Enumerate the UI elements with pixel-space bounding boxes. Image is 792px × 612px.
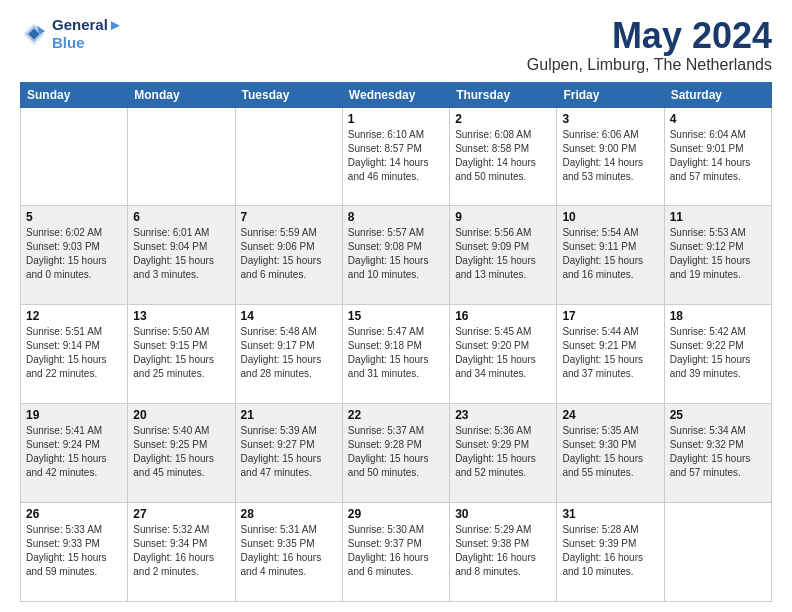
day-number: 30: [455, 507, 551, 521]
cell-content-line: Sunset: 8:57 PM: [348, 142, 444, 156]
calendar-cell: 21Sunrise: 5:39 AMSunset: 9:27 PMDayligh…: [235, 404, 342, 503]
cell-content-line: Sunrise: 5:48 AM: [241, 325, 337, 339]
cell-content-line: Sunset: 9:17 PM: [241, 339, 337, 353]
cell-content-line: Sunrise: 5:50 AM: [133, 325, 229, 339]
cell-content-line: and 45 minutes.: [133, 466, 229, 480]
calendar-cell: 6Sunrise: 6:01 AMSunset: 9:04 PMDaylight…: [128, 206, 235, 305]
cell-content-line: Sunrise: 5:39 AM: [241, 424, 337, 438]
calendar-cell: 16Sunrise: 5:45 AMSunset: 9:20 PMDayligh…: [450, 305, 557, 404]
day-number: 9: [455, 210, 551, 224]
cell-content-line: and 0 minutes.: [26, 268, 122, 282]
cell-content-line: Sunrise: 5:44 AM: [562, 325, 658, 339]
cell-content-line: Daylight: 15 hours: [562, 353, 658, 367]
calendar-cell: 23Sunrise: 5:36 AMSunset: 9:29 PMDayligh…: [450, 404, 557, 503]
cell-content-line: Sunset: 9:04 PM: [133, 240, 229, 254]
day-number: 27: [133, 507, 229, 521]
cell-content-line: Daylight: 15 hours: [348, 254, 444, 268]
cell-content-line: Sunrise: 5:34 AM: [670, 424, 766, 438]
day-number: 28: [241, 507, 337, 521]
cell-content-line: and 53 minutes.: [562, 170, 658, 184]
calendar-cell: [128, 107, 235, 206]
cell-content-line: Sunrise: 6:08 AM: [455, 128, 551, 142]
calendar-week-2: 5Sunrise: 6:02 AMSunset: 9:03 PMDaylight…: [21, 206, 772, 305]
cell-content-line: Sunrise: 5:30 AM: [348, 523, 444, 537]
month-title: May 2024: [527, 16, 772, 56]
cell-content-line: and 6 minutes.: [241, 268, 337, 282]
cell-content-line: and 8 minutes.: [455, 565, 551, 579]
day-number: 10: [562, 210, 658, 224]
header: General► Blue May 2024 Gulpen, Limburg, …: [20, 16, 772, 74]
cell-content-line: Daylight: 15 hours: [348, 452, 444, 466]
day-number: 19: [26, 408, 122, 422]
calendar-cell: 10Sunrise: 5:54 AMSunset: 9:11 PMDayligh…: [557, 206, 664, 305]
calendar-header-row: SundayMondayTuesdayWednesdayThursdayFrid…: [21, 82, 772, 107]
cell-content-line: Sunset: 9:06 PM: [241, 240, 337, 254]
calendar-cell: 1Sunrise: 6:10 AMSunset: 8:57 PMDaylight…: [342, 107, 449, 206]
calendar-cell: 12Sunrise: 5:51 AMSunset: 9:14 PMDayligh…: [21, 305, 128, 404]
calendar-cell: 4Sunrise: 6:04 AMSunset: 9:01 PMDaylight…: [664, 107, 771, 206]
cell-content-line: and 25 minutes.: [133, 367, 229, 381]
cell-content-line: and 47 minutes.: [241, 466, 337, 480]
cell-content-line: and 52 minutes.: [455, 466, 551, 480]
cell-content-line: Sunset: 9:38 PM: [455, 537, 551, 551]
cell-content-line: Sunrise: 5:37 AM: [348, 424, 444, 438]
col-header-monday: Monday: [128, 82, 235, 107]
cell-content-line: Daylight: 15 hours: [241, 452, 337, 466]
cell-content-line: Daylight: 15 hours: [133, 452, 229, 466]
cell-content-line: Daylight: 14 hours: [455, 156, 551, 170]
day-number: 15: [348, 309, 444, 323]
cell-content-line: and 16 minutes.: [562, 268, 658, 282]
day-number: 22: [348, 408, 444, 422]
calendar-cell: 24Sunrise: 5:35 AMSunset: 9:30 PMDayligh…: [557, 404, 664, 503]
cell-content-line: and 2 minutes.: [133, 565, 229, 579]
cell-content-line: Sunrise: 6:06 AM: [562, 128, 658, 142]
day-number: 14: [241, 309, 337, 323]
cell-content-line: Daylight: 16 hours: [455, 551, 551, 565]
cell-content-line: Sunrise: 5:54 AM: [562, 226, 658, 240]
cell-content-line: Sunset: 9:12 PM: [670, 240, 766, 254]
title-block: May 2024 Gulpen, Limburg, The Netherland…: [527, 16, 772, 74]
cell-content-line: Daylight: 16 hours: [562, 551, 658, 565]
cell-content-line: Sunrise: 5:51 AM: [26, 325, 122, 339]
cell-content-line: Sunrise: 5:57 AM: [348, 226, 444, 240]
cell-content-line: and 46 minutes.: [348, 170, 444, 184]
cell-content-line: Sunrise: 6:04 AM: [670, 128, 766, 142]
cell-content-line: Sunset: 9:03 PM: [26, 240, 122, 254]
cell-content-line: Sunset: 9:30 PM: [562, 438, 658, 452]
calendar-cell: [235, 107, 342, 206]
calendar-table: SundayMondayTuesdayWednesdayThursdayFrid…: [20, 82, 772, 602]
calendar-cell: 22Sunrise: 5:37 AMSunset: 9:28 PMDayligh…: [342, 404, 449, 503]
cell-content-line: Daylight: 16 hours: [241, 551, 337, 565]
cell-content-line: Sunrise: 5:31 AM: [241, 523, 337, 537]
cell-content-line: Sunset: 9:28 PM: [348, 438, 444, 452]
calendar-cell: 29Sunrise: 5:30 AMSunset: 9:37 PMDayligh…: [342, 503, 449, 602]
cell-content-line: and 31 minutes.: [348, 367, 444, 381]
col-header-friday: Friday: [557, 82, 664, 107]
cell-content-line: and 10 minutes.: [562, 565, 658, 579]
calendar-week-5: 26Sunrise: 5:33 AMSunset: 9:33 PMDayligh…: [21, 503, 772, 602]
calendar-cell: 28Sunrise: 5:31 AMSunset: 9:35 PMDayligh…: [235, 503, 342, 602]
day-number: 5: [26, 210, 122, 224]
day-number: 12: [26, 309, 122, 323]
calendar-cell: 14Sunrise: 5:48 AMSunset: 9:17 PMDayligh…: [235, 305, 342, 404]
calendar-cell: 31Sunrise: 5:28 AMSunset: 9:39 PMDayligh…: [557, 503, 664, 602]
cell-content-line: Sunset: 9:39 PM: [562, 537, 658, 551]
day-number: 7: [241, 210, 337, 224]
cell-content-line: Daylight: 14 hours: [348, 156, 444, 170]
col-header-wednesday: Wednesday: [342, 82, 449, 107]
cell-content-line: and 59 minutes.: [26, 565, 122, 579]
cell-content-line: Sunset: 9:01 PM: [670, 142, 766, 156]
cell-content-line: Daylight: 15 hours: [26, 452, 122, 466]
cell-content-line: Sunrise: 5:47 AM: [348, 325, 444, 339]
cell-content-line: Sunrise: 5:36 AM: [455, 424, 551, 438]
cell-content-line: Daylight: 15 hours: [26, 254, 122, 268]
cell-content-line: Sunset: 9:37 PM: [348, 537, 444, 551]
calendar-cell: 13Sunrise: 5:50 AMSunset: 9:15 PMDayligh…: [128, 305, 235, 404]
day-number: 26: [26, 507, 122, 521]
calendar-cell: 17Sunrise: 5:44 AMSunset: 9:21 PMDayligh…: [557, 305, 664, 404]
cell-content-line: Sunrise: 6:02 AM: [26, 226, 122, 240]
calendar-cell: 25Sunrise: 5:34 AMSunset: 9:32 PMDayligh…: [664, 404, 771, 503]
cell-content-line: Sunrise: 5:32 AM: [133, 523, 229, 537]
day-number: 8: [348, 210, 444, 224]
cell-content-line: Daylight: 15 hours: [562, 452, 658, 466]
